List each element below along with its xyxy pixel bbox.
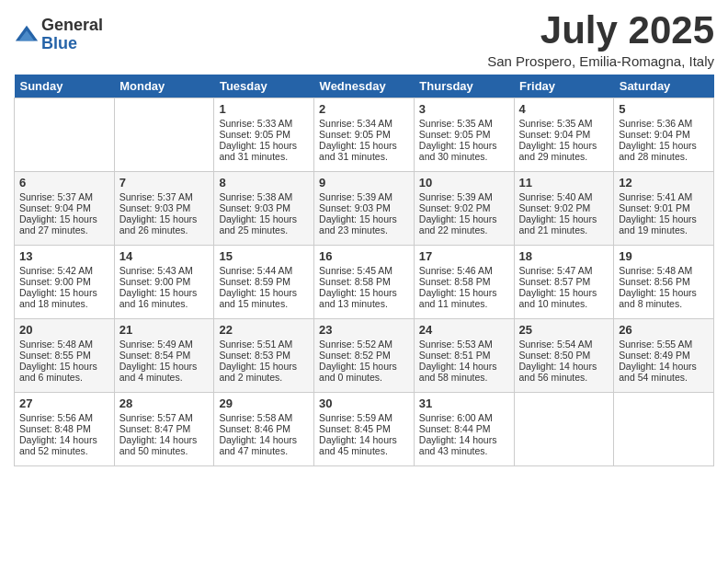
sunrise-text: Sunrise: 5:37 AM bbox=[19, 191, 109, 202]
calendar-cell: 23Sunrise: 5:52 AMSunset: 8:52 PMDayligh… bbox=[314, 319, 415, 393]
calendar-cell: 19Sunrise: 5:48 AMSunset: 8:56 PMDayligh… bbox=[614, 246, 714, 319]
sunrise-text: Sunrise: 5:46 AM bbox=[419, 265, 509, 276]
sunrise-text: Sunrise: 5:58 AM bbox=[219, 412, 309, 423]
sunset-text: Sunset: 9:03 PM bbox=[119, 202, 210, 213]
daylight-text: Daylight: 14 hours and 43 minutes. bbox=[419, 434, 509, 456]
title-block: July 2025 San Prospero, Emilia-Romagna, … bbox=[487, 9, 714, 69]
sunrise-text: Sunrise: 5:34 AM bbox=[319, 118, 409, 129]
header-tuesday: Tuesday bbox=[214, 75, 314, 98]
sunrise-text: Sunrise: 5:35 AM bbox=[419, 118, 509, 129]
sunrise-text: Sunrise: 5:41 AM bbox=[619, 191, 709, 202]
header-wednesday: Wednesday bbox=[314, 75, 415, 98]
daylight-text: Daylight: 15 hours and 28 minutes. bbox=[619, 140, 709, 162]
calendar-cell: 20Sunrise: 5:48 AMSunset: 8:55 PMDayligh… bbox=[15, 319, 115, 393]
date-number: 16 bbox=[319, 249, 409, 263]
daylight-text: Daylight: 14 hours and 54 minutes. bbox=[619, 361, 709, 383]
date-number: 24 bbox=[419, 323, 509, 337]
sunset-text: Sunset: 8:57 PM bbox=[519, 276, 609, 287]
sunset-text: Sunset: 9:03 PM bbox=[219, 202, 309, 213]
daylight-text: Daylight: 15 hours and 0 minutes. bbox=[319, 361, 409, 383]
calendar-cell: 29Sunrise: 5:58 AMSunset: 8:46 PMDayligh… bbox=[214, 393, 314, 466]
sunset-text: Sunset: 9:05 PM bbox=[319, 129, 409, 140]
sunrise-text: Sunrise: 5:36 AM bbox=[619, 118, 709, 129]
calendar-cell: 9Sunrise: 5:39 AMSunset: 9:03 PMDaylight… bbox=[314, 172, 415, 246]
date-number: 8 bbox=[219, 176, 309, 190]
calendar-cell: 28Sunrise: 5:57 AMSunset: 8:47 PMDayligh… bbox=[114, 393, 214, 466]
date-number: 2 bbox=[319, 102, 409, 116]
logo: General Blue bbox=[14, 17, 103, 53]
date-number: 15 bbox=[219, 249, 309, 263]
date-number: 12 bbox=[619, 176, 709, 190]
daylight-text: Daylight: 15 hours and 15 minutes. bbox=[219, 287, 309, 309]
sunrise-text: Sunrise: 5:51 AM bbox=[219, 339, 309, 350]
title-month: July 2025 bbox=[487, 9, 714, 52]
date-number: 17 bbox=[419, 249, 509, 263]
daylight-text: Daylight: 14 hours and 45 minutes. bbox=[319, 434, 409, 456]
sunset-text: Sunset: 8:54 PM bbox=[119, 350, 210, 361]
calendar-cell: 4Sunrise: 5:35 AMSunset: 9:04 PMDaylight… bbox=[514, 98, 614, 172]
sunset-text: Sunset: 9:00 PM bbox=[19, 276, 109, 287]
date-number: 10 bbox=[419, 176, 509, 190]
sunrise-text: Sunrise: 5:56 AM bbox=[19, 412, 109, 423]
header-friday: Friday bbox=[514, 75, 614, 98]
daylight-text: Daylight: 14 hours and 56 minutes. bbox=[519, 361, 609, 383]
header-saturday: Saturday bbox=[614, 75, 714, 98]
sunrise-text: Sunrise: 5:39 AM bbox=[419, 191, 509, 202]
calendar-cell: 21Sunrise: 5:49 AMSunset: 8:54 PMDayligh… bbox=[114, 319, 214, 393]
sunrise-text: Sunrise: 5:38 AM bbox=[219, 191, 309, 202]
sunrise-text: Sunrise: 5:53 AM bbox=[419, 339, 509, 350]
sunrise-text: Sunrise: 5:49 AM bbox=[119, 339, 210, 350]
date-number: 1 bbox=[219, 102, 309, 116]
calendar-cell: 6Sunrise: 5:37 AMSunset: 9:04 PMDaylight… bbox=[15, 172, 115, 246]
date-number: 19 bbox=[619, 249, 709, 263]
header-monday: Monday bbox=[114, 75, 214, 98]
daylight-text: Daylight: 15 hours and 26 minutes. bbox=[119, 213, 210, 236]
sunset-text: Sunset: 9:02 PM bbox=[519, 202, 609, 213]
daylight-text: Daylight: 15 hours and 30 minutes. bbox=[419, 140, 509, 162]
daylight-text: Daylight: 15 hours and 25 minutes. bbox=[219, 213, 309, 236]
sunset-text: Sunset: 9:04 PM bbox=[619, 129, 709, 140]
calendar-cell: 11Sunrise: 5:40 AMSunset: 9:02 PMDayligh… bbox=[514, 172, 614, 246]
sunrise-text: Sunrise: 5:52 AM bbox=[319, 339, 409, 350]
logo-text: General Blue bbox=[41, 17, 103, 53]
date-number: 4 bbox=[519, 102, 609, 116]
daylight-text: Daylight: 15 hours and 8 minutes. bbox=[619, 287, 709, 309]
logo-icon bbox=[14, 22, 40, 48]
date-number: 27 bbox=[19, 396, 109, 410]
calendar-cell: 8Sunrise: 5:38 AMSunset: 9:03 PMDaylight… bbox=[214, 172, 314, 246]
daylight-text: Daylight: 15 hours and 16 minutes. bbox=[119, 287, 210, 309]
daylight-text: Daylight: 15 hours and 31 minutes. bbox=[319, 140, 409, 162]
calendar-cell: 15Sunrise: 5:44 AMSunset: 8:59 PMDayligh… bbox=[214, 246, 314, 319]
sunrise-text: Sunrise: 5:37 AM bbox=[119, 191, 210, 202]
daylight-text: Daylight: 15 hours and 23 minutes. bbox=[319, 213, 409, 236]
sunrise-text: Sunrise: 5:48 AM bbox=[619, 265, 709, 276]
date-number: 25 bbox=[519, 323, 609, 337]
date-number: 28 bbox=[119, 396, 210, 410]
sunrise-text: Sunrise: 5:47 AM bbox=[519, 265, 609, 276]
daylight-text: Daylight: 15 hours and 13 minutes. bbox=[319, 287, 409, 309]
daylight-text: Daylight: 15 hours and 10 minutes. bbox=[519, 287, 609, 309]
calendar-cell: 3Sunrise: 5:35 AMSunset: 9:05 PMDaylight… bbox=[414, 98, 514, 172]
calendar-cell: 13Sunrise: 5:42 AMSunset: 9:00 PMDayligh… bbox=[15, 246, 115, 319]
sunrise-text: Sunrise: 5:54 AM bbox=[519, 339, 609, 350]
date-number: 26 bbox=[619, 323, 709, 337]
date-number: 11 bbox=[519, 176, 609, 190]
sunset-text: Sunset: 8:45 PM bbox=[319, 423, 409, 434]
sunset-text: Sunset: 9:04 PM bbox=[519, 129, 609, 140]
sunrise-text: Sunrise: 5:40 AM bbox=[519, 191, 609, 202]
sunrise-text: Sunrise: 5:33 AM bbox=[219, 118, 309, 129]
daylight-text: Daylight: 15 hours and 29 minutes. bbox=[519, 140, 609, 162]
daylight-text: Daylight: 15 hours and 11 minutes. bbox=[419, 287, 509, 309]
sunset-text: Sunset: 8:47 PM bbox=[119, 423, 210, 434]
sunset-text: Sunset: 9:02 PM bbox=[419, 202, 509, 213]
calendar-cell: 26Sunrise: 5:55 AMSunset: 8:49 PMDayligh… bbox=[614, 319, 714, 393]
date-number: 18 bbox=[519, 249, 609, 263]
date-number: 14 bbox=[119, 249, 210, 263]
page-header: General Blue July 2025 San Prospero, Emi… bbox=[14, 9, 714, 69]
date-number: 13 bbox=[19, 249, 109, 263]
calendar-week-1: 1Sunrise: 5:33 AMSunset: 9:05 PMDaylight… bbox=[15, 98, 714, 172]
daylight-text: Daylight: 15 hours and 18 minutes. bbox=[19, 287, 109, 309]
daylight-text: Daylight: 14 hours and 47 minutes. bbox=[219, 434, 309, 456]
sunset-text: Sunset: 8:58 PM bbox=[419, 276, 509, 287]
sunrise-text: Sunrise: 5:45 AM bbox=[319, 265, 409, 276]
